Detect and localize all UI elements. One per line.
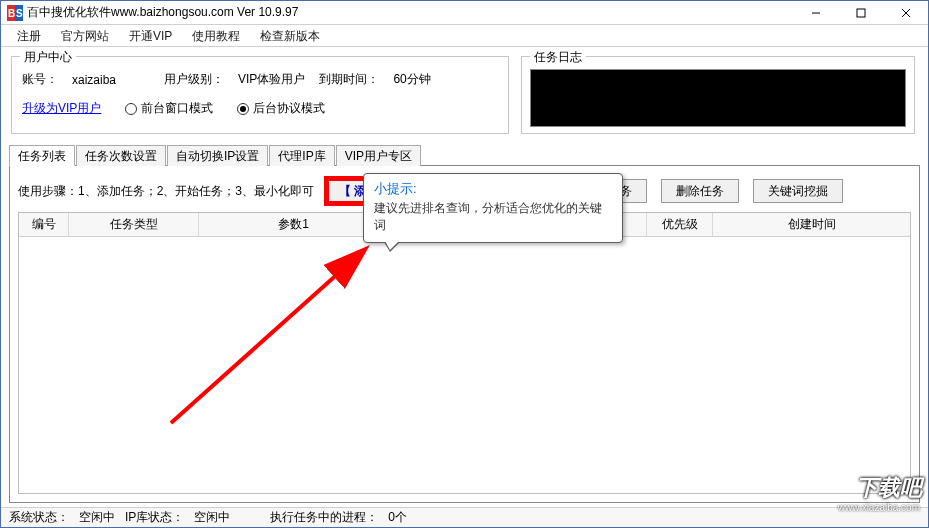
window-controls [793, 1, 928, 25]
tab-strip: 任务列表 任务次数设置 自动切换IP设置 代理IP库 VIP用户专区 [9, 144, 920, 166]
close-button[interactable] [883, 1, 928, 25]
keyword-mine-button[interactable]: 关键词挖掘 [753, 179, 843, 203]
task-log-legend: 任务日志 [530, 49, 586, 66]
svg-text:B: B [8, 8, 15, 19]
tab-vip-zone[interactable]: VIP用户专区 [336, 145, 421, 166]
tab-task-list[interactable]: 任务列表 [9, 145, 75, 166]
radio-front-label: 前台窗口模式 [141, 100, 213, 117]
usage-steps: 使用步骤：1、添加任务；2、开始任务；3、最小化即可 [18, 183, 314, 200]
menu-register[interactable]: 注册 [7, 25, 51, 46]
maximize-button[interactable] [838, 1, 883, 25]
tab-ip-switch[interactable]: 自动切换IP设置 [167, 145, 268, 166]
menu-tutorial[interactable]: 使用教程 [182, 25, 250, 46]
radio-back-label: 后台协议模式 [253, 100, 325, 117]
level-value: VIP体验用户 [238, 71, 305, 88]
col-priority[interactable]: 优先级 [647, 213, 713, 236]
col-param1[interactable]: 参数1 [199, 213, 389, 236]
content-area: 用户中心 账号： xaizaiba 用户级别： VIP体验用户 到期时间： 60… [1, 48, 928, 507]
level-label: 用户级别： [164, 71, 224, 88]
status-proc-label: 执行任务中的进程： [270, 509, 378, 526]
window-title: 百中搜优化软件www.baizhongsou.com Ver 10.9.97 [27, 4, 793, 21]
user-center-group: 用户中心 账号： xaizaiba 用户级别： VIP体验用户 到期时间： 60… [11, 56, 509, 134]
svg-rect-5 [857, 9, 865, 17]
radio-icon [125, 103, 137, 115]
user-center-legend: 用户中心 [20, 49, 76, 66]
status-proc-value: 0个 [388, 509, 407, 526]
app-logo-icon: BS [7, 5, 23, 21]
status-sys-value: 空闲中 [79, 509, 115, 526]
status-ip-label: IP库状态： [125, 509, 184, 526]
radio-back-mode[interactable]: 后台协议模式 [237, 100, 325, 117]
tab-proxy-ip[interactable]: 代理IP库 [269, 145, 334, 166]
col-created[interactable]: 创建时间 [713, 213, 910, 236]
delete-task-button[interactable]: 删除任务 [661, 179, 739, 203]
hint-tooltip: 小提示: 建议先进排名查询，分析适合您优化的关键词 [363, 173, 623, 243]
account-value: xaizaiba [72, 73, 116, 87]
status-sys-label: 系统状态： [9, 509, 69, 526]
task-log-group: 任务日志 [521, 56, 915, 134]
account-label: 账号： [22, 71, 58, 88]
col-type[interactable]: 任务类型 [69, 213, 199, 236]
status-ip-value: 空闲中 [194, 509, 230, 526]
menu-vip[interactable]: 开通VIP [119, 25, 182, 46]
task-log-panel [530, 69, 906, 127]
expire-value: 60分钟 [393, 71, 430, 88]
hint-title: 小提示: [374, 180, 612, 198]
task-table: 编号 任务类型 参数1 参数2 优先级 创建时间 [18, 212, 911, 494]
radio-front-mode[interactable]: 前台窗口模式 [125, 100, 213, 117]
menu-website[interactable]: 官方网站 [51, 25, 119, 46]
tab-task-count[interactable]: 任务次数设置 [76, 145, 166, 166]
statusbar: 系统状态： 空闲中 IP库状态： 空闲中 执行任务中的进程： 0个 [1, 507, 928, 527]
minimize-button[interactable] [793, 1, 838, 25]
menubar: 注册 官方网站 开通VIP 使用教程 检查新版本 [1, 25, 928, 47]
app-window: BS 百中搜优化软件www.baizhongsou.com Ver 10.9.9… [0, 0, 929, 528]
titlebar: BS 百中搜优化软件www.baizhongsou.com Ver 10.9.9… [1, 1, 928, 25]
expire-label: 到期时间： [319, 71, 379, 88]
upgrade-vip-link[interactable]: 升级为VIP用户 [22, 100, 101, 117]
hint-body: 建议先进排名查询，分析适合您优化的关键词 [374, 200, 612, 234]
radio-icon [237, 103, 249, 115]
col-id[interactable]: 编号 [19, 213, 69, 236]
svg-text:S: S [16, 8, 23, 19]
menu-update[interactable]: 检查新版本 [250, 25, 330, 46]
